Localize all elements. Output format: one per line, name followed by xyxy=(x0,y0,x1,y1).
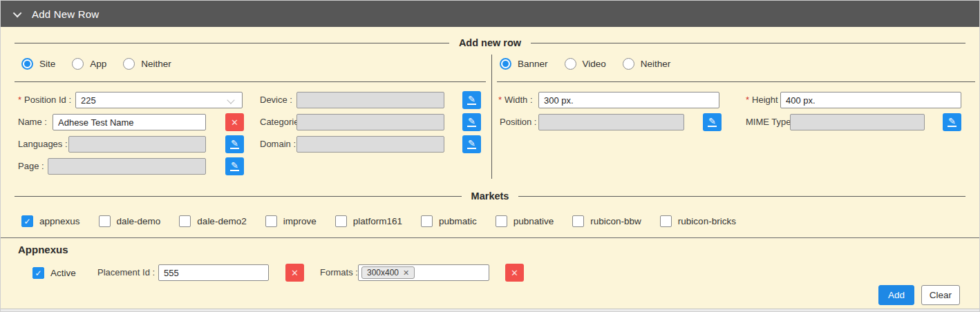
position-edit-button[interactable]: ✎ xyxy=(703,113,722,131)
add-new-row-panel: Add New Row Add new row Site App Neither… xyxy=(0,0,980,312)
divider-line xyxy=(15,43,449,43)
radio-banner-circle[interactable] xyxy=(500,58,511,70)
height-input[interactable] xyxy=(780,92,961,108)
vertical-divider xyxy=(491,55,492,179)
appnexus-active-checkbox[interactable]: ✓ Active xyxy=(32,267,76,279)
collapse-chevron-icon[interactable] xyxy=(13,8,22,17)
name-label: Name : xyxy=(18,114,47,130)
radio-neither-format-label: Neither xyxy=(641,59,671,69)
market-dale-demo2[interactable]: dale-demo2 xyxy=(179,215,246,227)
position-id-select[interactable]: 225 xyxy=(75,92,243,108)
radio-banner-label: Banner xyxy=(518,59,548,69)
name-input[interactable] xyxy=(53,114,206,130)
add-button[interactable]: Add xyxy=(878,285,914,305)
name-clear-button[interactable]: ✕ xyxy=(225,113,244,131)
formats-clear-button[interactable]: ✕ xyxy=(505,264,524,282)
market-pubmatic[interactable]: pubmatic xyxy=(421,215,477,227)
radio-neither-type-label: Neither xyxy=(141,59,171,69)
edit-pencil-icon: ✎ xyxy=(948,117,957,127)
section-title-add-new-row: Add new row xyxy=(459,37,521,48)
market-rubicon-bricks[interactable]: rubicon-bricks xyxy=(660,215,736,227)
categories-input xyxy=(296,114,444,130)
format-tag-label: 300x400 xyxy=(367,268,399,277)
market-platform161[interactable]: platform161 xyxy=(335,215,402,227)
width-input[interactable] xyxy=(538,92,719,108)
market-appnexus[interactable]: ✓ appnexus xyxy=(21,215,80,227)
checkbox-checked[interactable]: ✓ xyxy=(32,267,44,279)
checkbox-unchecked[interactable] xyxy=(421,215,433,227)
position-input xyxy=(538,114,684,130)
checkbox-unchecked[interactable] xyxy=(572,215,584,227)
mime-types-input xyxy=(790,114,925,130)
radio-neither-format[interactable]: Neither xyxy=(623,58,671,70)
bottom-strip xyxy=(1,309,979,311)
checkbox-unchecked[interactable] xyxy=(660,215,672,227)
checkbox-unchecked[interactable] xyxy=(335,215,347,227)
radio-site-label: Site xyxy=(39,59,55,69)
format-radio-group: Banner Video Neither xyxy=(500,58,670,70)
divider-line xyxy=(518,196,965,197)
formats-label: Formats : xyxy=(320,264,358,281)
tag-remove-icon[interactable]: ✕ xyxy=(403,269,409,277)
format-tag[interactable]: 300x400 ✕ xyxy=(361,266,415,279)
placement-id-input[interactable] xyxy=(158,264,269,281)
radio-app[interactable]: App xyxy=(72,58,106,70)
clear-button[interactable]: Clear xyxy=(921,285,960,305)
page-label: Page : xyxy=(18,158,44,175)
section-divider-markets: Markets xyxy=(15,191,965,202)
languages-edit-button[interactable]: ✎ xyxy=(225,135,244,153)
edit-pencil-icon: ✎ xyxy=(467,117,476,127)
edit-pencil-icon: ✎ xyxy=(467,139,476,149)
page-edit-button[interactable]: ✎ xyxy=(225,157,244,175)
languages-label: Languages : xyxy=(18,136,68,153)
select-chevron-down-icon[interactable] xyxy=(227,96,234,104)
left-subdivider xyxy=(15,81,486,82)
page-input xyxy=(48,158,206,175)
device-edit-button[interactable]: ✎ xyxy=(462,91,481,109)
edit-pencil-icon: ✎ xyxy=(230,162,239,171)
edit-pencil-icon: ✎ xyxy=(230,139,239,149)
market-dale-demo[interactable]: dale-demo xyxy=(99,215,161,227)
languages-input xyxy=(68,136,206,153)
radio-video-circle[interactable] xyxy=(565,58,576,70)
market-improve[interactable]: improve xyxy=(265,215,317,227)
placement-id-label: Placement Id : xyxy=(97,264,155,281)
radio-neither-type[interactable]: Neither xyxy=(123,58,171,70)
close-x-icon: ✕ xyxy=(511,269,518,277)
domain-edit-button[interactable]: ✎ xyxy=(462,135,481,153)
edit-pencil-icon: ✎ xyxy=(708,117,717,127)
radio-banner[interactable]: Banner xyxy=(500,58,548,70)
checkbox-unchecked[interactable] xyxy=(99,215,111,227)
position-id-value: 225 xyxy=(81,95,96,106)
radio-site-circle[interactable] xyxy=(21,58,33,70)
radio-neither-format-circle[interactable] xyxy=(623,58,634,70)
position-label: Position : xyxy=(500,114,536,130)
close-x-icon: ✕ xyxy=(291,269,299,277)
type-radio-group: Site App Neither xyxy=(21,58,171,70)
radio-video-label: Video xyxy=(583,59,606,69)
market-pubnative[interactable]: pubnative xyxy=(496,215,554,227)
edit-pencil-icon: ✎ xyxy=(467,95,476,105)
radio-app-label: App xyxy=(90,59,106,69)
market-rubicon-bbw[interactable]: rubicon-bbw xyxy=(572,215,641,227)
checkbox-unchecked[interactable] xyxy=(496,215,507,227)
mime-types-edit-button[interactable]: ✎ xyxy=(943,113,961,131)
radio-site[interactable]: Site xyxy=(21,58,55,70)
radio-neither-type-circle[interactable] xyxy=(123,58,135,70)
section-title-markets: Markets xyxy=(471,191,509,202)
checkbox-unchecked[interactable] xyxy=(265,215,277,227)
close-x-icon: ✕ xyxy=(231,118,238,127)
device-label: Device : xyxy=(260,92,292,108)
radio-video[interactable]: Video xyxy=(565,58,606,70)
device-input xyxy=(296,92,444,108)
panel-title: Add New Row xyxy=(32,8,99,20)
categories-edit-button[interactable]: ✎ xyxy=(462,113,481,131)
section-divider-add-new-row: Add new row xyxy=(15,37,965,48)
formats-input[interactable]: 300x400 ✕ xyxy=(358,264,489,281)
checkbox-checked[interactable]: ✓ xyxy=(21,215,33,227)
placement-id-clear-button[interactable]: ✕ xyxy=(285,264,304,282)
panel-header: Add New Row xyxy=(1,1,979,27)
checkbox-unchecked[interactable] xyxy=(179,215,191,227)
height-label: *Height : xyxy=(746,92,783,108)
radio-app-circle[interactable] xyxy=(72,58,84,70)
